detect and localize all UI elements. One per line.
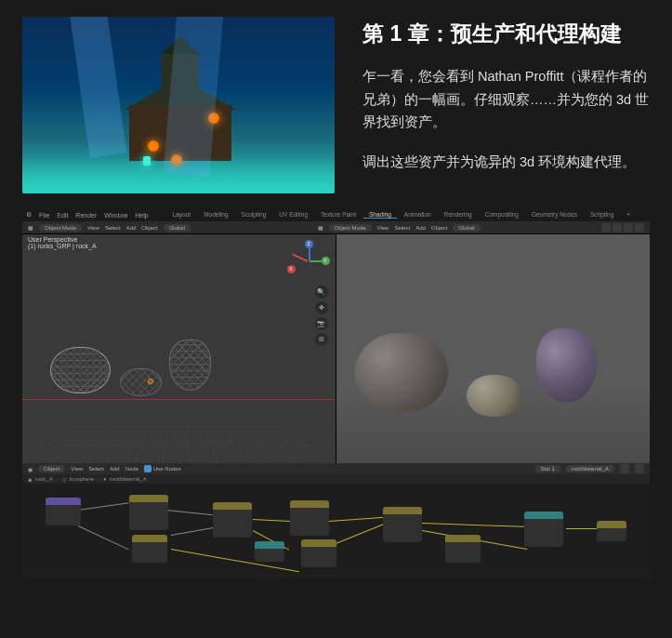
shader-node[interactable] — [129, 495, 168, 530]
toolbar-add-r[interactable]: Add — [415, 225, 426, 231]
tab-uvediting[interactable]: UV Editing — [273, 211, 313, 219]
tab-layout[interactable]: Layout — [167, 211, 197, 219]
shader-node[interactable] — [255, 541, 284, 562]
shading-mode-icon[interactable] — [613, 223, 622, 233]
shader-node[interactable] — [383, 507, 422, 542]
editor-type-icon-right[interactable]: ▦ — [318, 224, 323, 231]
node-editor-type-icon[interactable]: ◉ — [28, 466, 33, 472]
ne-menu-add[interactable]: Add — [110, 466, 120, 472]
shader-node[interactable] — [445, 535, 481, 563]
tab-geometrynodes[interactable]: Geometry Nodes — [526, 211, 583, 219]
toolbar-view-r[interactable]: View — [377, 225, 389, 231]
perspective-label: User Perspective — [28, 236, 97, 243]
shader-node[interactable] — [301, 539, 336, 567]
pin-icon[interactable] — [620, 464, 629, 473]
shading-mode-icon[interactable] — [624, 223, 633, 233]
axis-z-icon[interactable]: Z — [305, 240, 313, 248]
world-axis-x — [22, 399, 336, 400]
tab-texturepaint[interactable]: Texture Paint — [315, 211, 362, 219]
wireframe-rock-b[interactable] — [120, 368, 162, 396]
mode-dropdown-right[interactable]: Object Mode — [329, 224, 372, 232]
toolbar-view[interactable]: View — [87, 225, 99, 231]
viewport-rendered[interactable] — [336, 234, 651, 463]
material-name-field[interactable]: rockMaterial_A — [566, 465, 614, 472]
textured-rock-b[interactable] — [467, 375, 522, 417]
breadcrumb-material[interactable]: ● rockMaterial_A — [103, 476, 147, 482]
shader-node[interactable] — [524, 512, 563, 547]
axis-x-icon[interactable]: X — [287, 265, 296, 273]
snap-icon[interactable] — [635, 464, 644, 473]
wireframe-rock-c[interactable] — [169, 339, 211, 391]
zoom-icon[interactable]: 🔍 — [315, 286, 328, 299]
tab-sculpting[interactable]: Sculpting — [236, 211, 272, 219]
object-origin-icon — [148, 379, 153, 384]
textured-rock-a[interactable] — [355, 333, 448, 412]
tab-animation[interactable]: Animation — [399, 211, 437, 219]
wireframe-rock-a[interactable] — [50, 347, 111, 393]
tab-modeling[interactable]: Modeling — [198, 211, 233, 219]
tab-compositing[interactable]: Compositing — [480, 211, 524, 219]
toolbar-add[interactable]: Add — [126, 225, 137, 231]
menu-render[interactable]: Render — [75, 212, 97, 219]
axis-y-icon[interactable]: Y — [322, 257, 330, 265]
blender-menubar: ⚙ File Edit Render Window Help Layout Mo… — [22, 208, 650, 221]
move-view-icon[interactable]: ✥ — [315, 301, 328, 314]
orientation-dropdown-left[interactable]: Global — [164, 224, 191, 232]
menu-file[interactable]: File — [39, 212, 49, 219]
shader-node[interactable] — [132, 535, 167, 563]
chapter-title: 第 1 章：预生产和代理构建 — [362, 19, 650, 48]
ne-menu-select[interactable]: Select — [88, 466, 104, 472]
chapter-hero-image — [22, 17, 335, 193]
blender-screenshot: ⚙ File Edit Render Window Help Layout Mo… — [22, 208, 650, 578]
textured-rock-c[interactable] — [536, 328, 597, 403]
ne-menu-view[interactable]: View — [71, 466, 83, 472]
tab-add[interactable]: + — [621, 211, 636, 219]
breadcrumb-object[interactable]: ◆ rock_A — [28, 476, 53, 483]
camera-view-icon[interactable]: 📷 — [315, 317, 328, 330]
slot-dropdown[interactable]: Slot 1 — [535, 465, 560, 472]
shading-mode-icon[interactable] — [635, 223, 644, 233]
tab-rendering[interactable]: Rendering — [439, 211, 478, 219]
orientation-dropdown-right[interactable]: Global — [453, 224, 480, 232]
chapter-paragraph-1: 乍一看，您会看到 Nathan Proffitt（课程作者的兄弟）的一幅画。仔细… — [362, 65, 650, 134]
use-nodes-checkbox[interactable] — [144, 465, 152, 472]
node-breadcrumb: ◆ rock_A › ▽ Icosphere › ● rockMaterial_… — [22, 474, 650, 484]
viewport-wireframe[interactable]: User Perspective (1) rocks_GRP | rock_A … — [22, 234, 336, 463]
ne-menu-node[interactable]: Node — [125, 466, 138, 472]
navigation-gizmo[interactable]: X Y Z — [291, 242, 328, 279]
breadcrumb-mesh[interactable]: ▽ Icosphere — [62, 476, 94, 483]
toolbar-select-r[interactable]: Select — [394, 225, 410, 231]
menu-help[interactable]: Help — [135, 212, 148, 219]
mode-dropdown-left[interactable]: Object Mode — [39, 224, 82, 232]
node-object-dropdown[interactable]: Object — [38, 465, 65, 472]
shading-mode-icon[interactable] — [601, 223, 611, 233]
menu-window[interactable]: Window — [104, 212, 127, 219]
perspective-toggle-icon[interactable]: ⊞ — [315, 333, 328, 346]
toolbar-object[interactable]: Object — [141, 225, 157, 231]
blender-logo-icon[interactable]: ⚙ — [26, 211, 32, 219]
collection-path-label: (1) rocks_GRP | rock_A — [28, 243, 97, 249]
grid-floor — [22, 427, 336, 463]
use-nodes-label: Use Nodes — [153, 466, 181, 472]
toolbar-select[interactable]: Select — [105, 225, 121, 231]
shader-node-editor[interactable]: ◉ Object View Select Add Node Use Nodes … — [22, 463, 650, 578]
chapter-paragraph-2: 调出这些资产并为诡异的 3d 环境构建代理。 — [362, 151, 650, 174]
workspace-tabs: Layout Modeling Sculpting UV Editing Tex… — [167, 211, 636, 219]
shader-node[interactable] — [46, 498, 81, 525]
tab-shading[interactable]: Shading — [363, 211, 397, 219]
shader-node[interactable] — [213, 502, 252, 538]
shader-node[interactable] — [597, 521, 626, 541]
editor-type-icon[interactable]: ▦ — [28, 224, 33, 231]
shader-node[interactable] — [290, 500, 329, 536]
toolbar-object-r[interactable]: Object — [431, 225, 447, 231]
menu-edit[interactable]: Edit — [57, 212, 68, 219]
tab-scripting[interactable]: Scripting — [585, 211, 619, 219]
